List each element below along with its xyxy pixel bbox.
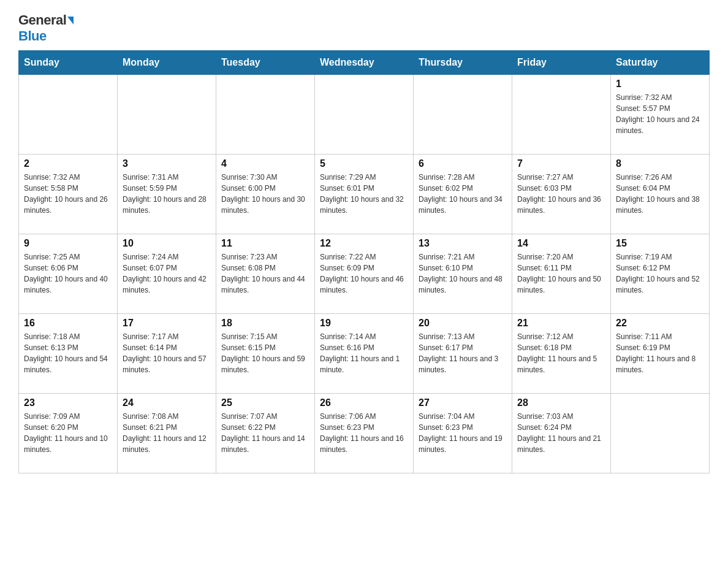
day-info: Sunrise: 7:31 AM Sunset: 5:59 PM Dayligh… <box>123 172 211 216</box>
day-number: 9 <box>24 238 112 249</box>
day-number: 15 <box>616 238 704 249</box>
day-number: 28 <box>517 397 605 408</box>
day-number: 25 <box>221 397 309 408</box>
calendar-week-row: 2Sunrise: 7:32 AM Sunset: 5:58 PM Daylig… <box>19 155 710 234</box>
logo-blue-text: Blue <box>18 28 47 44</box>
calendar-cell <box>315 75 414 155</box>
calendar-cell: 25Sunrise: 7:07 AM Sunset: 6:22 PM Dayli… <box>216 394 315 473</box>
calendar-cell: 1Sunrise: 7:32 AM Sunset: 5:57 PM Daylig… <box>611 75 710 155</box>
calendar-cell: 27Sunrise: 7:04 AM Sunset: 6:23 PM Dayli… <box>414 394 512 473</box>
day-info: Sunrise: 7:09 AM Sunset: 6:20 PM Dayligh… <box>24 411 112 455</box>
day-info: Sunrise: 7:04 AM Sunset: 6:23 PM Dayligh… <box>419 411 507 455</box>
calendar-cell <box>512 75 611 155</box>
weekday-header-monday: Monday <box>118 51 216 75</box>
day-number: 5 <box>320 158 408 169</box>
calendar-cell: 21Sunrise: 7:12 AM Sunset: 6:18 PM Dayli… <box>512 314 611 394</box>
day-number: 3 <box>123 158 211 169</box>
day-info: Sunrise: 7:19 AM Sunset: 6:12 PM Dayligh… <box>616 251 704 296</box>
calendar-cell <box>19 75 118 155</box>
day-number: 1 <box>616 79 704 90</box>
day-info: Sunrise: 7:24 AM Sunset: 6:07 PM Dayligh… <box>123 251 211 296</box>
day-number: 7 <box>517 158 605 169</box>
day-info: Sunrise: 7:03 AM Sunset: 6:24 PM Dayligh… <box>517 411 605 455</box>
calendar-cell: 14Sunrise: 7:20 AM Sunset: 6:11 PM Dayli… <box>512 234 611 314</box>
day-number: 24 <box>123 397 211 408</box>
day-info: Sunrise: 7:25 AM Sunset: 6:06 PM Dayligh… <box>24 251 112 296</box>
day-number: 22 <box>616 318 704 329</box>
calendar-cell <box>414 75 512 155</box>
weekday-header-thursday: Thursday <box>414 51 512 75</box>
day-number: 14 <box>517 238 605 249</box>
day-info: Sunrise: 7:32 AM Sunset: 5:57 PM Dayligh… <box>616 92 704 136</box>
day-info: Sunrise: 7:06 AM Sunset: 6:23 PM Dayligh… <box>320 411 408 455</box>
day-info: Sunrise: 7:28 AM Sunset: 6:02 PM Dayligh… <box>419 172 507 216</box>
day-info: Sunrise: 7:20 AM Sunset: 6:11 PM Dayligh… <box>517 251 605 296</box>
day-info: Sunrise: 7:07 AM Sunset: 6:22 PM Dayligh… <box>221 411 309 455</box>
calendar-cell: 13Sunrise: 7:21 AM Sunset: 6:10 PM Dayli… <box>414 234 512 314</box>
logo-arrow-icon <box>67 17 74 25</box>
calendar-cell: 20Sunrise: 7:13 AM Sunset: 6:17 PM Dayli… <box>414 314 512 394</box>
calendar-cell: 7Sunrise: 7:27 AM Sunset: 6:03 PM Daylig… <box>512 155 611 234</box>
logo: General Blue <box>18 12 74 44</box>
calendar-week-row: 16Sunrise: 7:18 AM Sunset: 6:13 PM Dayli… <box>19 314 710 394</box>
day-number: 8 <box>616 158 704 169</box>
day-info: Sunrise: 7:32 AM Sunset: 5:58 PM Dayligh… <box>24 172 112 216</box>
weekday-header-saturday: Saturday <box>611 51 710 75</box>
calendar-cell: 3Sunrise: 7:31 AM Sunset: 5:59 PM Daylig… <box>118 155 216 234</box>
calendar-week-row: 23Sunrise: 7:09 AM Sunset: 6:20 PM Dayli… <box>19 394 710 473</box>
calendar-cell: 2Sunrise: 7:32 AM Sunset: 5:58 PM Daylig… <box>19 155 118 234</box>
logo-general-text: General <box>18 12 66 28</box>
day-info: Sunrise: 7:29 AM Sunset: 6:01 PM Dayligh… <box>320 172 408 216</box>
day-number: 18 <box>221 318 309 329</box>
calendar-week-row: 9Sunrise: 7:25 AM Sunset: 6:06 PM Daylig… <box>19 234 710 314</box>
calendar-cell: 15Sunrise: 7:19 AM Sunset: 6:12 PM Dayli… <box>611 234 710 314</box>
calendar-cell: 6Sunrise: 7:28 AM Sunset: 6:02 PM Daylig… <box>414 155 512 234</box>
day-number: 19 <box>320 318 408 329</box>
calendar-cell <box>611 394 710 473</box>
day-info: Sunrise: 7:11 AM Sunset: 6:19 PM Dayligh… <box>616 331 704 375</box>
day-info: Sunrise: 7:27 AM Sunset: 6:03 PM Dayligh… <box>517 172 605 216</box>
calendar-cell: 17Sunrise: 7:17 AM Sunset: 6:14 PM Dayli… <box>118 314 216 394</box>
calendar-table: SundayMondayTuesdayWednesdayThursdayFrid… <box>18 50 710 473</box>
calendar-cell: 4Sunrise: 7:30 AM Sunset: 6:00 PM Daylig… <box>216 155 315 234</box>
calendar-week-row: 1Sunrise: 7:32 AM Sunset: 5:57 PM Daylig… <box>19 75 710 155</box>
day-number: 21 <box>517 318 605 329</box>
calendar-cell: 23Sunrise: 7:09 AM Sunset: 6:20 PM Dayli… <box>19 394 118 473</box>
day-number: 27 <box>419 397 507 408</box>
calendar-cell <box>216 75 315 155</box>
day-number: 4 <box>221 158 309 169</box>
day-number: 6 <box>419 158 507 169</box>
calendar-cell: 19Sunrise: 7:14 AM Sunset: 6:16 PM Dayli… <box>315 314 414 394</box>
page-header: General Blue <box>18 12 710 44</box>
day-info: Sunrise: 7:15 AM Sunset: 6:15 PM Dayligh… <box>221 331 309 375</box>
day-number: 26 <box>320 397 408 408</box>
day-info: Sunrise: 7:26 AM Sunset: 6:04 PM Dayligh… <box>616 172 704 216</box>
calendar-cell: 22Sunrise: 7:11 AM Sunset: 6:19 PM Dayli… <box>611 314 710 394</box>
weekday-header-sunday: Sunday <box>19 51 118 75</box>
calendar-cell: 26Sunrise: 7:06 AM Sunset: 6:23 PM Dayli… <box>315 394 414 473</box>
calendar-cell: 10Sunrise: 7:24 AM Sunset: 6:07 PM Dayli… <box>118 234 216 314</box>
calendar-cell: 18Sunrise: 7:15 AM Sunset: 6:15 PM Dayli… <box>216 314 315 394</box>
day-info: Sunrise: 7:30 AM Sunset: 6:00 PM Dayligh… <box>221 172 309 216</box>
day-number: 2 <box>24 158 112 169</box>
day-info: Sunrise: 7:18 AM Sunset: 6:13 PM Dayligh… <box>24 331 112 375</box>
day-number: 17 <box>123 318 211 329</box>
calendar-cell: 12Sunrise: 7:22 AM Sunset: 6:09 PM Dayli… <box>315 234 414 314</box>
day-info: Sunrise: 7:22 AM Sunset: 6:09 PM Dayligh… <box>320 251 408 296</box>
day-number: 13 <box>419 238 507 249</box>
day-number: 20 <box>419 318 507 329</box>
calendar-cell: 24Sunrise: 7:08 AM Sunset: 6:21 PM Dayli… <box>118 394 216 473</box>
calendar-cell: 11Sunrise: 7:23 AM Sunset: 6:08 PM Dayli… <box>216 234 315 314</box>
day-info: Sunrise: 7:21 AM Sunset: 6:10 PM Dayligh… <box>419 251 507 296</box>
weekday-header-tuesday: Tuesday <box>216 51 315 75</box>
day-number: 16 <box>24 318 112 329</box>
calendar-header: SundayMondayTuesdayWednesdayThursdayFrid… <box>19 51 710 75</box>
calendar-cell: 28Sunrise: 7:03 AM Sunset: 6:24 PM Dayli… <box>512 394 611 473</box>
weekday-header-row: SundayMondayTuesdayWednesdayThursdayFrid… <box>19 51 710 75</box>
day-info: Sunrise: 7:14 AM Sunset: 6:16 PM Dayligh… <box>320 331 408 375</box>
calendar-cell: 9Sunrise: 7:25 AM Sunset: 6:06 PM Daylig… <box>19 234 118 314</box>
calendar-cell: 5Sunrise: 7:29 AM Sunset: 6:01 PM Daylig… <box>315 155 414 234</box>
calendar-cell <box>118 75 216 155</box>
day-info: Sunrise: 7:13 AM Sunset: 6:17 PM Dayligh… <box>419 331 507 375</box>
day-number: 23 <box>24 397 112 408</box>
